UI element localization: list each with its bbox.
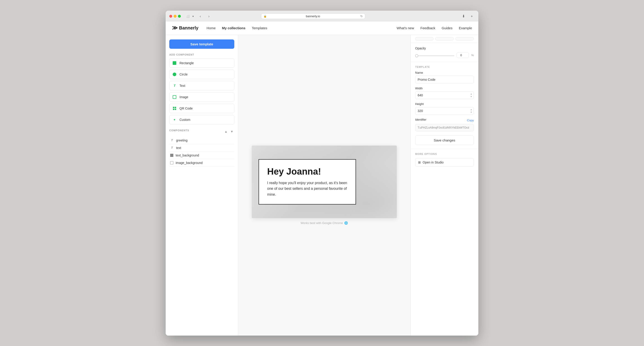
nav-home[interactable]: Home [207, 26, 216, 30]
opacity-label: Opacity [415, 47, 474, 50]
canvas-heading: Hey Joanna! [267, 166, 348, 176]
list-item[interactable]: image_background [169, 159, 234, 167]
nav-my-collections[interactable]: My collections [222, 26, 246, 30]
component-greeting-label: greeting [176, 139, 188, 142]
image-icon [172, 95, 177, 99]
opacity-slider-container [415, 53, 454, 57]
canvas-container[interactable]: Hey Joanna! I really hope you'll enjoy y… [252, 146, 397, 218]
nav-example[interactable]: Example [459, 26, 472, 30]
new-tab-button[interactable]: + [469, 13, 475, 19]
address-bar[interactable]: 🔒 bannerly.io ↻ [261, 13, 365, 19]
sort-up-button[interactable]: ▲ [224, 129, 228, 134]
layout-dropdown-button[interactable]: ▾ [192, 14, 195, 18]
save-template-button[interactable]: Save template [169, 40, 234, 49]
fullscreen-button[interactable] [178, 15, 181, 18]
nav-feedback[interactable]: Feedback [420, 26, 435, 30]
template-section: TEMPLATE Name Width ▲ ▼ [410, 62, 478, 149]
components-header: COMPONENTS ▲ ▼ [169, 129, 234, 134]
add-circle-button[interactable]: Circle [169, 70, 234, 79]
rect-component-icon [170, 154, 173, 157]
close-button[interactable] [169, 15, 172, 18]
add-text-button[interactable]: T Text [169, 81, 234, 91]
lock-icon: 🔒 [264, 15, 267, 18]
nav-templates[interactable]: Templates [252, 26, 267, 30]
open-in-studio-button[interactable]: ⊞ Open in Studio [415, 158, 474, 167]
sort-controls: ▲ ▼ [224, 129, 234, 134]
list-item[interactable]: T greeting [169, 137, 234, 144]
circle-label: Circle [180, 73, 188, 76]
rectangle-icon [172, 61, 177, 65]
qr-code-label: QR Code [180, 107, 192, 110]
list-item[interactable]: T text [169, 144, 234, 152]
name-input[interactable] [415, 76, 474, 84]
width-spinners: ▲ ▼ [470, 93, 472, 98]
download-button[interactable]: ⬇ [461, 13, 466, 19]
canvas-area: Hey Joanna! I really hope you'll enjoy y… [238, 35, 410, 335]
browser-chrome: ⬜ ▾ ‹ › 🔒 bannerly.io ↻ ⬇ + [166, 11, 478, 21]
content-box: Hey Joanna! I really hope you'll enjoy y… [258, 159, 356, 205]
component-text-background-label: text_background [176, 154, 199, 157]
minimize-button[interactable] [174, 15, 176, 18]
sort-down-button[interactable]: ▼ [229, 129, 234, 134]
more-options-section: MORE OPTIONS ⊞ Open in Studio [410, 149, 478, 170]
add-custom-button[interactable]: ✦ Custom [169, 115, 234, 125]
template-label: TEMPLATE [415, 66, 474, 68]
opacity-slider[interactable] [415, 55, 454, 56]
name-label: Name [415, 71, 474, 74]
opacity-input[interactable]: 0 [456, 52, 469, 58]
width-label: Width [415, 87, 474, 90]
logo-icon: ≫ [172, 25, 178, 31]
width-up-button[interactable]: ▲ [470, 93, 472, 95]
traffic-lights [169, 15, 181, 18]
height-input-wrapper: ▲ ▼ [415, 107, 474, 115]
identifier-field-group: Identifier Copy T:uPHZLoA9mqPJxc81dNfXYk… [415, 118, 474, 131]
panel-top-partial [410, 35, 478, 43]
back-button[interactable]: ‹ [197, 13, 203, 19]
height-input[interactable] [415, 107, 474, 115]
right-panel: Opacity 0 % TEMPLATE Name Width [410, 35, 478, 335]
nav-whats-new[interactable]: What's new [396, 26, 414, 30]
logo-text: Bannerly [179, 26, 198, 31]
height-down-button[interactable]: ▼ [470, 111, 472, 113]
forward-button[interactable]: › [206, 13, 212, 19]
image-component-icon [170, 161, 173, 164]
partial-inputs [415, 37, 474, 40]
partial-input-1 [415, 37, 434, 40]
text-icon: T [172, 84, 177, 88]
image-label: Image [180, 95, 188, 99]
footer-text: Works best with Google Chrome [301, 221, 343, 225]
identifier-row: Identifier Copy [415, 118, 474, 123]
save-changes-button[interactable]: Save changes [415, 135, 474, 145]
browser-toolbar: ⬜ ▾ ‹ › 🔒 bannerly.io ↻ ⬇ + [169, 13, 475, 19]
sidebar: Save template ADD COMPONENT Rectangle Ci… [166, 35, 238, 335]
qr-code-icon [172, 106, 177, 111]
url-text: bannerly.io [268, 15, 358, 18]
app-header: ≫ Bannerly Home My collections Templates… [166, 21, 478, 35]
width-down-button[interactable]: ▼ [470, 95, 472, 98]
browser-window: ⬜ ▾ ‹ › 🔒 bannerly.io ↻ ⬇ + ≫ Bannerly [166, 11, 478, 335]
add-qr-code-button[interactable]: QR Code [169, 104, 234, 113]
list-item[interactable]: text_background [169, 152, 234, 159]
height-label: Height [415, 102, 474, 106]
open-in-studio-label: Open in Studio [422, 161, 444, 164]
sidebar-toggle-button[interactable]: ⬜ [185, 14, 190, 18]
add-rectangle-button[interactable]: Rectangle [169, 58, 234, 68]
logo[interactable]: ≫ Bannerly [172, 25, 198, 31]
copy-button[interactable]: Copy [467, 119, 474, 122]
width-input[interactable] [415, 91, 474, 99]
custom-icon: ✦ [172, 117, 177, 122]
text-component-icon: T [170, 146, 174, 150]
height-field-group: Height ▲ ▼ [415, 102, 474, 115]
partial-input-3 [456, 37, 474, 40]
identifier-value: T:uPHZLoA9mqPJxc81dNfXYkEEkWTOcd [415, 124, 474, 131]
main-layout: Save template ADD COMPONENT Rectangle Ci… [166, 35, 478, 335]
custom-label: Custom [180, 118, 190, 122]
components-section-label: COMPONENTS [169, 129, 189, 132]
nav-guides[interactable]: Guides [442, 26, 452, 30]
canvas-background: Hey Joanna! I really hope you'll enjoy y… [252, 146, 397, 218]
canvas-body: I really hope you'll enjoy your product,… [267, 180, 348, 197]
height-up-button[interactable]: ▲ [470, 108, 472, 111]
reload-icon[interactable]: ↻ [360, 15, 363, 18]
add-image-button[interactable]: Image [169, 92, 234, 102]
canvas-footer: Works best with Google Chrome 🌐 [301, 221, 348, 225]
